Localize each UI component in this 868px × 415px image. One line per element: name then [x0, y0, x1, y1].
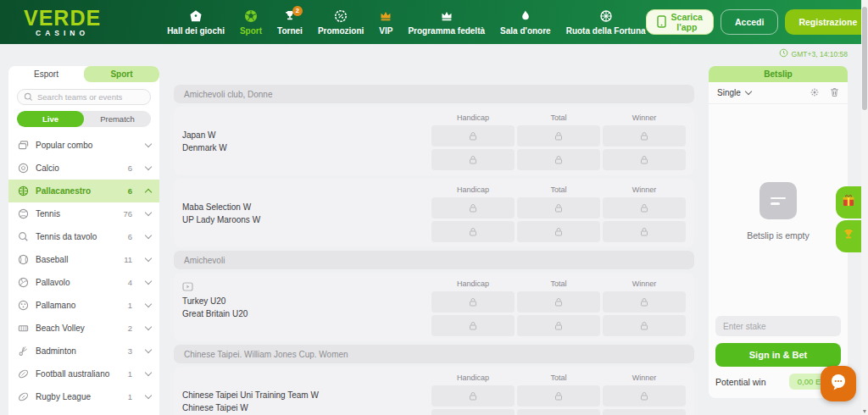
- phone-icon: [657, 15, 666, 30]
- time-text: GMT+3, 14:10:58: [792, 50, 848, 58]
- chevron-up-icon: [145, 189, 152, 196]
- tournament-trophy-floating-button[interactable]: [836, 220, 861, 252]
- away-team: UP Lady Maroons W: [182, 215, 431, 224]
- download-app-button[interactable]: Scarica l'app: [646, 9, 714, 35]
- settings-gear-icon[interactable]: [810, 86, 820, 101]
- window-scrollbar[interactable]: [861, 0, 868, 415]
- locked-bet-button[interactable]: [517, 291, 600, 313]
- locked-bet-button[interactable]: [517, 385, 600, 407]
- locked-bet-button[interactable]: [603, 409, 686, 415]
- odds-column-header: Handicap: [431, 112, 515, 123]
- locked-bet-button[interactable]: [603, 125, 686, 147]
- potential-win-label: Potential win: [715, 377, 766, 387]
- odds-column-header: Total: [517, 112, 600, 123]
- nav-item-programma-fedelta[interactable]: Programma fedeltà: [408, 9, 485, 36]
- chevron-down-icon: [145, 141, 152, 147]
- live-chat-button[interactable]: [821, 366, 856, 401]
- nav-item-sala-donore[interactable]: Sala d'onore: [500, 9, 551, 36]
- trash-icon[interactable]: [830, 86, 839, 101]
- locked-bet-button[interactable]: [603, 315, 686, 336]
- match-teams[interactable]: Chinese Taipei Uni Training Team W Chine…: [182, 372, 431, 415]
- locked-bet-button[interactable]: [603, 197, 686, 219]
- odds-column-header: Handicap: [431, 184, 515, 195]
- locked-bet-button[interactable]: [431, 149, 515, 170]
- sport-list: Popular combo Calcio 6 Pallacanestro 6 T…: [8, 134, 159, 415]
- locked-bet-button[interactable]: [431, 221, 515, 242]
- login-button[interactable]: Accedi: [721, 9, 778, 35]
- locked-bet-button[interactable]: [603, 385, 686, 407]
- sidebar-item-rugby-league[interactable]: Rugby League 1: [8, 385, 159, 408]
- live-prematch-toggle: Live Prematch: [17, 111, 151, 127]
- sidebar-tabs: Esport Sport: [8, 66, 159, 82]
- locked-bet-button[interactable]: [517, 197, 600, 219]
- locked-bet-button[interactable]: [431, 315, 515, 336]
- sidebar-item-calcio[interactable]: Calcio 6: [8, 157, 159, 180]
- nav-item-vip[interactable]: VIP: [379, 9, 392, 36]
- sidebar-item-tennis-da-tavolo[interactable]: Tennis da tavolo 6: [8, 225, 159, 248]
- stream-available-icon[interactable]: [182, 279, 193, 295]
- prematch-button[interactable]: Prematch: [84, 111, 151, 127]
- sidebar-item-pallacanestro[interactable]: Pallacanestro 6: [8, 180, 159, 202]
- match-teams[interactable]: Maba Selection W UP Lady Maroons W: [182, 184, 431, 242]
- sidebar-item-tennis[interactable]: Tennis 76: [8, 202, 159, 225]
- bet-type-value: Single: [717, 88, 741, 97]
- locked-bet-button[interactable]: [431, 125, 515, 147]
- nav-label: Hall dei giochi: [167, 26, 225, 36]
- locked-bet-button[interactable]: [603, 149, 686, 170]
- fortune-wheel-icon: [599, 9, 613, 23]
- locked-bet-button[interactable]: [431, 197, 515, 219]
- stake-input[interactable]: [715, 316, 841, 336]
- scrollbar-thumb[interactable]: [862, 7, 867, 110]
- logo-text-verde: VERDE: [24, 8, 101, 28]
- nav-item-hall-dei-giochi[interactable]: Hall dei giochi: [167, 9, 225, 36]
- locked-bet-button[interactable]: [431, 409, 515, 415]
- top-header: VERDE CASINO Hall dei giochi Sport 2: [0, 0, 868, 44]
- locked-bet-button[interactable]: [431, 385, 515, 407]
- sidebar-item-snooker[interactable]: Snooker 2: [8, 408, 159, 415]
- locked-bet-button[interactable]: [603, 291, 686, 313]
- nav-item-sport[interactable]: Sport: [240, 9, 262, 36]
- nav-item-ruota-della-fortuna[interactable]: Ruota della Fortuna: [566, 9, 646, 36]
- sidebar-item-football-australiano[interactable]: Football australiano 1: [8, 362, 159, 385]
- bet-type-dropdown[interactable]: Single: [717, 88, 751, 97]
- locked-bet-button[interactable]: [517, 315, 600, 336]
- locked-bet-button[interactable]: [517, 149, 600, 170]
- tab-esport[interactable]: Esport: [8, 66, 84, 82]
- odds-column-header: Total: [517, 184, 600, 195]
- nav-item-promozioni[interactable]: Promozioni: [318, 9, 364, 36]
- basketball-icon: [17, 185, 29, 197]
- match-teams[interactable]: Turkey U20 Great Britain U20: [182, 278, 431, 336]
- sidebar-item-badminton[interactable]: Badminton 3: [8, 340, 159, 362]
- verde-casino-logo[interactable]: VERDE CASINO: [24, 8, 101, 37]
- match-teams[interactable]: Japan W Denmark W: [182, 112, 431, 170]
- locked-bet-button[interactable]: [431, 291, 515, 313]
- register-button[interactable]: Registrazione: [785, 9, 868, 35]
- main-nav: Hall dei giochi Sport 2 Tornei Promoz: [167, 9, 645, 36]
- login-label: Accedi: [735, 17, 764, 27]
- tab-sport[interactable]: Sport: [84, 66, 159, 82]
- sidebar-item-baseball[interactable]: Baseball 11: [8, 248, 159, 271]
- sign-in-and-bet-button[interactable]: Sign in & Bet: [715, 343, 841, 367]
- scrollbar-down-arrow[interactable]: [863, 410, 866, 413]
- locked-bet-button[interactable]: [603, 221, 686, 242]
- chevron-down-icon: [145, 301, 152, 307]
- home-team: Maba Selection W: [182, 202, 431, 212]
- live-button[interactable]: Live: [17, 111, 84, 127]
- locked-bet-button[interactable]: [517, 409, 600, 415]
- loyalty-crown-icon: [440, 9, 453, 23]
- sidebar-item-beach-volley[interactable]: Beach Volley 2: [8, 317, 159, 340]
- locked-bet-button[interactable]: [517, 125, 600, 147]
- odds-grid: Handicap Total Winner: [431, 112, 686, 170]
- vip-crown-icon: [379, 9, 392, 23]
- handball-icon: [17, 300, 29, 312]
- chevron-down-icon: [145, 324, 152, 330]
- search-input[interactable]: [37, 92, 144, 102]
- nav-item-tornei[interactable]: 2 Tornei: [277, 9, 303, 36]
- sidebar-item-pallavolo[interactable]: Pallavolo 4: [8, 271, 159, 294]
- bonus-gift-floating-button[interactable]: [836, 186, 861, 219]
- badminton-icon: [17, 346, 29, 357]
- sidebar-item-popular-combo[interactable]: Popular combo: [8, 134, 159, 157]
- sidebar-item-pallamano[interactable]: Pallamano 1: [8, 294, 159, 317]
- baseball-icon: [17, 254, 29, 266]
- locked-bet-button[interactable]: [517, 221, 600, 242]
